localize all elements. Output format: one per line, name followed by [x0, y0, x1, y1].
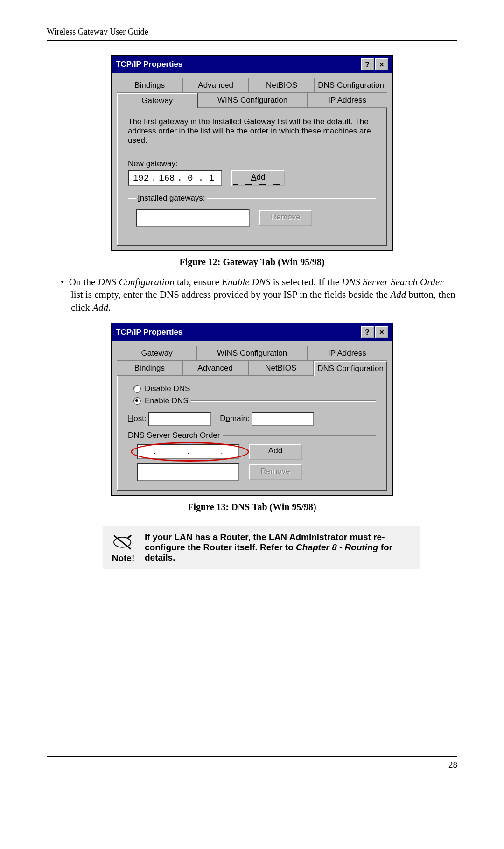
remove-button: Remove — [249, 464, 302, 480]
tab-ip-address[interactable]: IP Address — [307, 93, 387, 108]
help-icon[interactable]: ? — [361, 58, 374, 70]
add-button[interactable]: AddAdd — [249, 444, 302, 460]
gateway-description: The first gateway in the Installed Gatew… — [128, 117, 376, 145]
titlebar: TCP/IP Properties ? × — [112, 56, 392, 73]
note-text: If your LAN has a Router, the LAN Admini… — [145, 532, 413, 563]
figure-13-caption: Figure 13: DNS Tab (Win 95/98) — [47, 502, 457, 512]
close-icon[interactable]: × — [375, 326, 388, 338]
tab-netbios[interactable]: NetBIOS — [248, 361, 314, 376]
disable-dns-option[interactable]: Disable DNS Disable DNS — [133, 384, 376, 393]
dialog-tcpip-dns: TCP/IP Properties ? × Gateway WINS Confi… — [111, 323, 393, 496]
tab-bindings[interactable]: Bindings — [117, 78, 182, 93]
tab-panel-dns: Disable DNS Disable DNS Enable DNS Enabl… — [117, 376, 387, 491]
tab-netbios[interactable]: NetBIOS — [249, 78, 315, 93]
tab-panel-gateway: The first gateway in the Installed Gatew… — [117, 108, 387, 246]
tab-advanced[interactable]: Advanced — [182, 361, 248, 376]
tab-dns-config[interactable]: DNS Configuration — [314, 361, 387, 376]
new-gateway-input[interactable]: 192. 168. 0. 1 — [128, 170, 222, 186]
new-gateway-label: NNew gateway:ew gateway: — [128, 159, 376, 168]
remove-button: Remove — [259, 210, 312, 226]
tab-ip-address[interactable]: IP Address — [307, 346, 387, 361]
tab-strip: Gateway WINS Configuration IP Address Bi… — [112, 341, 392, 376]
tab-strip: Bindings Advanced NetBIOS DNS Configurat… — [112, 73, 392, 108]
host-input[interactable] — [148, 412, 211, 426]
tab-gateway[interactable]: Gateway — [117, 346, 197, 361]
tab-bindings[interactable]: Bindings — [117, 361, 182, 376]
note-icon: Note! — [110, 532, 136, 563]
tab-wins[interactable]: WINS Configuration — [197, 346, 307, 361]
add-button[interactable]: Add — [231, 170, 285, 186]
dns-search-order-label: DNS Server Search Order — [128, 431, 220, 440]
page-footer: 28 — [47, 756, 457, 770]
figure-12-caption: Figure 12: Gateway Tab (Win 95/98) — [47, 257, 457, 267]
close-icon[interactable]: × — [375, 58, 388, 70]
installed-gateways-list[interactable] — [136, 209, 250, 227]
window-title: TCP/IP Properties — [116, 60, 359, 69]
tab-dns-config[interactable]: DNS Configuration — [315, 78, 387, 93]
host-label: Host:Host: — [128, 414, 147, 423]
installed-gateways-group: Installed gateways:Installed gateways: R… — [128, 194, 376, 235]
tab-wins[interactable]: WINS Configuration — [198, 93, 308, 108]
page-header: Wireless Gateway User Guide — [47, 27, 457, 41]
help-icon[interactable]: ? — [361, 326, 374, 338]
dns-server-list[interactable] — [137, 463, 239, 481]
tab-gateway[interactable]: Gateway — [117, 93, 198, 108]
installed-gateways-label: Installed gateways:Installed gateways: — [136, 194, 207, 203]
paragraph-dns-instruction: • On the DNS Configuration tab, ensure E… — [61, 276, 457, 314]
dns-ip-input[interactable]: ... — [137, 444, 239, 459]
note-callout: Note! If your LAN has a Router, the LAN … — [103, 526, 420, 569]
domain-label: Domain:Domain: — [220, 414, 249, 423]
tab-advanced[interactable]: Advanced — [182, 78, 248, 93]
enable-dns-option[interactable]: Enable DNS Enable DNS — [133, 396, 189, 406]
dialog-tcpip-gateway: TCP/IP Properties ? × Bindings Advanced … — [111, 55, 393, 251]
domain-input[interactable] — [252, 412, 314, 426]
titlebar: TCP/IP Properties ? × — [112, 323, 392, 341]
window-title: TCP/IP Properties — [116, 328, 359, 337]
page-number: 28 — [448, 760, 457, 770]
